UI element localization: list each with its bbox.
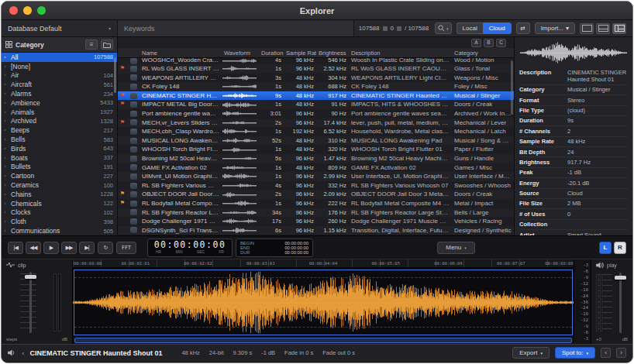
left-channel-button[interactable]: L — [599, 242, 612, 254]
sidebar-item-ceramics[interactable]: ›Ceramics100 — [2, 180, 117, 190]
fader-handle[interactable] — [615, 276, 626, 280]
table-row[interactable]: RL SB Fighters Various Whoosh 074s96 kHz… — [118, 181, 514, 191]
table-row[interactable]: Port ambience gentle waves seagulls flie… — [118, 109, 514, 118]
sidebar-item-communications[interactable]: ›Communications505 — [2, 226, 117, 235]
table-row[interactable]: MUSICAL LONG Awakening Pad52s48 kHz310 H… — [118, 136, 514, 146]
zoom-window-button[interactable] — [37, 6, 46, 15]
sidebar-item-birds[interactable]: ›Birds643 — [2, 144, 117, 153]
fft-button[interactable]: FFT — [116, 242, 136, 254]
table-scrollbar[interactable] — [511, 60, 513, 115]
table-row[interactable]: ⚑RL WoS GLASS INSERT CAOUTCHOUC PL1s96 k… — [118, 64, 514, 74]
table-row[interactable]: ⚑OBJECT DOOR Jail Door 3 Metal Handle M2… — [118, 190, 514, 199]
sidebar-item-cloth[interactable]: ›Cloth398 — [2, 217, 117, 226]
local-button[interactable]: Local — [457, 22, 483, 34]
sidebar-item-aircraft[interactable]: ›Aircraft561 — [2, 80, 117, 89]
count-selected: 0 — [391, 25, 394, 32]
sidebar-item-animals[interactable]: ›Animals1927 — [2, 108, 117, 117]
search-options-button[interactable]: ▾ — [435, 22, 452, 34]
speaker-icon[interactable] — [8, 349, 16, 356]
layout-single-button[interactable] — [580, 23, 594, 34]
fader-handle[interactable] — [25, 275, 36, 279]
sidebar-item-cartoon[interactable]: ›Cartoon227 — [2, 171, 117, 180]
table-row[interactable]: Browning M2 50cal Heavy Machine Gun Fi5s… — [118, 154, 514, 163]
table-row[interactable]: ⚑IMPACT METAL Big Door Close 031s48 kHz9… — [118, 100, 514, 109]
table-row[interactable]: WEAPONS ARTILLERY Light Close 033s48 kHz… — [118, 74, 514, 83]
layout-full-button[interactable] — [612, 23, 626, 34]
table-row[interactable]: ⚑RL Bodyfall Metal Composite M4 Distant … — [118, 199, 514, 208]
sidebar-item-clocks[interactable]: ›Clocks102 — [2, 208, 117, 218]
table-row[interactable]: UIMvnt_UI Motion Graphics_SNDBTS_CSF1s96… — [118, 172, 514, 181]
column-header-category[interactable]: Category — [452, 50, 514, 57]
table-row[interactable]: WOOSHCrt_Wooden Crate Sliding 04_SND4s96… — [118, 58, 514, 64]
list-view-button[interactable]: ≡ — [85, 39, 98, 50]
metadata-label: Sample Rate — [519, 138, 567, 145]
menu-button[interactable]: Menu ▾ — [437, 242, 475, 254]
column-header-description[interactable]: Description — [349, 50, 452, 57]
previous-file-button[interactable]: ‹ — [601, 348, 611, 358]
waveform-scrollbar[interactable] — [73, 337, 574, 344]
chevron-right-icon: › — [4, 109, 6, 115]
table-row[interactable]: DSGNSynth_Sci Fi Transition_SNDBTS_JTS6s… — [118, 226, 514, 235]
table-row[interactable]: MECH,cbh_Clasp Wardrobe 05_SNDBTS_A...1s… — [118, 127, 514, 136]
column-header-sample-rate[interactable]: Sample Rate — [284, 50, 316, 57]
minimize-window-button[interactable] — [23, 6, 32, 15]
collapse-player-button[interactable]: ‹ — [22, 349, 25, 357]
sidebar-item-all[interactable]: ›All107588 — [2, 53, 117, 62]
sidebar-item-alarms[interactable]: ›Alarms234 — [2, 89, 117, 98]
spot-to-button[interactable]: Spot to: ▾ — [555, 347, 595, 359]
shortlist-a-button[interactable]: A — [471, 39, 481, 47]
sidebar-item-archived[interactable]: ›Archived1328 — [2, 117, 117, 126]
sidebar-item-boats[interactable]: ›Boats337 — [2, 153, 117, 163]
sidebar-item-bells[interactable]: ›Bells583 — [2, 135, 117, 144]
loop-button[interactable]: ↻ — [98, 242, 113, 254]
volume-fader[interactable] — [591, 270, 632, 336]
database-selector[interactable]: Database Default ▾ — [2, 20, 118, 36]
cloud-button[interactable]: Cloud — [483, 22, 512, 34]
gain-fader[interactable] — [2, 269, 72, 336]
go-to-end-button[interactable]: ▶| — [79, 242, 95, 254]
table-row[interactable]: Dodge Challenger 1971 Muscle Car Appro17… — [118, 217, 514, 226]
fast-forward-button[interactable]: ▶▶ — [61, 242, 77, 254]
table-row[interactable]: ⚑CINEMATIC STINGER Haunted Shout 019s48 … — [118, 91, 514, 101]
shuffle-button[interactable]: ⇄ — [516, 22, 530, 34]
sidebar-item-ambience[interactable]: ›Ambience5433 — [2, 98, 117, 108]
ruler-timecode: 00:00:05:05 — [372, 261, 400, 266]
sidebar-item-label: Beeps — [11, 126, 29, 134]
next-file-button[interactable]: › — [616, 348, 626, 358]
sidebar-item-chains[interactable]: ›Chains1228 — [2, 190, 117, 199]
name-cell: RL SB Fighters Various Whoosh 07 — [140, 181, 222, 190]
waveform-display[interactable] — [73, 268, 574, 337]
sidebar-item-none[interactable]: ›[None] — [2, 62, 117, 71]
sidebar-item-bullets[interactable]: ›Bullets191 — [2, 163, 117, 172]
go-to-start-button[interactable]: |◀ — [8, 242, 23, 254]
shortlist-c-button[interactable]: C — [496, 39, 506, 47]
export-button[interactable]: Export ▾ — [512, 347, 550, 359]
table-row[interactable]: CK Foley 1481s48 kHz688 HzCK Foley 148Fo… — [118, 82, 514, 91]
sidebar-item-count: 217 — [103, 127, 113, 134]
sidebar-item-air[interactable]: ›Air104 — [2, 71, 117, 81]
layout-split-button[interactable] — [596, 23, 610, 34]
description-cell: IMPACTS, HITS & WHOOSHES Cinematic, Trai… — [349, 100, 452, 108]
table-row[interactable]: RL SB Fighters Reactor Large StartStop S… — [118, 208, 514, 218]
rewind-button[interactable]: ◀◀ — [26, 242, 41, 254]
column-header-brightness[interactable]: Brightness — [316, 50, 349, 57]
table-row[interactable]: GAME FX Activation 021s48 kHz809 HzGAME … — [118, 163, 514, 173]
sidebar-scrollbar[interactable] — [114, 57, 116, 93]
play-button[interactable]: ▶ — [43, 242, 59, 254]
shortlist-b-button[interactable]: B — [484, 39, 494, 47]
right-channel-button[interactable]: R — [614, 242, 626, 254]
table-row[interactable]: ⚑MECH,vr_Levers Sliders 130_SNDBTS_BS...… — [118, 118, 514, 128]
close-window-button[interactable] — [9, 6, 18, 15]
keywords-input[interactable] — [118, 20, 354, 36]
table-row[interactable]: WHOOSH Torch Bright Flutter 011s48 kHz32… — [118, 145, 514, 154]
folder-view-button[interactable] — [101, 39, 113, 50]
duration-cell: 1s — [259, 82, 284, 91]
scrollbar-thumb[interactable] — [74, 338, 572, 343]
import-button[interactable]: Import... ▾ — [535, 22, 575, 34]
column-header-name[interactable]: Name — [140, 50, 222, 57]
sidebar-item-chemicals[interactable]: ›Chemicals122 — [2, 199, 117, 208]
timeline-ruler[interactable]: 00:00:00:0000:00:01:0100:00:02:0200:00:0… — [73, 259, 574, 268]
column-header-duration[interactable]: Duration — [259, 50, 284, 57]
column-header-waveform[interactable]: Waveform — [222, 50, 259, 57]
sidebar-item-beeps[interactable]: ›Beeps217 — [2, 125, 117, 135]
